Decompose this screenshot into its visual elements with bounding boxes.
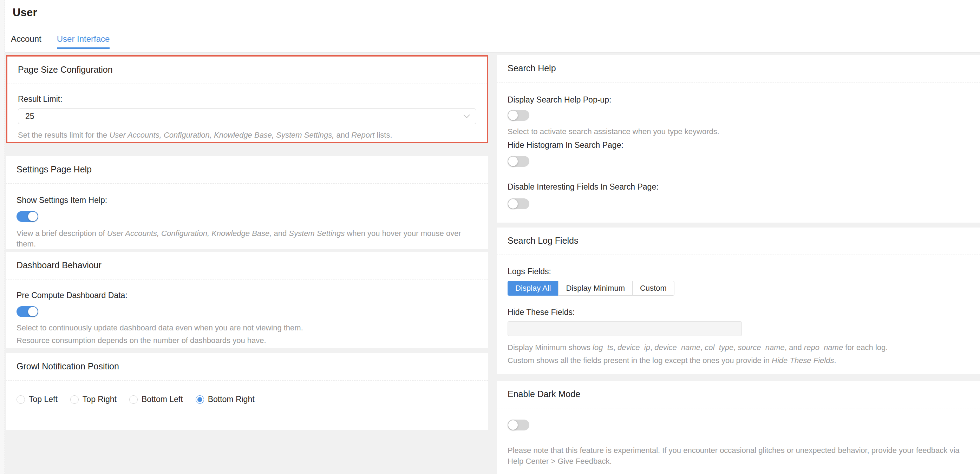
section-title: Search Help [497,55,980,83]
show-settings-item-help-label: Show Settings Item Help: [16,196,478,205]
enable-dark-mode-toggle[interactable] [508,420,529,431]
pre-compute-dashboard-data-label: Pre Compute Dashboard Data: [16,291,478,301]
tab-account[interactable]: Account [11,34,41,49]
display-search-help-popup-toggle[interactable] [508,110,529,121]
help-text: Set the results limit for the User Accou… [18,130,476,141]
section-growl-notification-position: Growl Notification Position Top Left Top… [6,353,488,430]
help-text: Resource consumption depends on the numb… [16,335,478,346]
tab-user-interface[interactable]: User Interface [57,34,110,49]
disable-interesting-fields-toggle[interactable] [508,198,529,209]
radio-label: Bottom Right [208,394,255,404]
radio-icon [70,395,79,404]
radio-icon [16,395,25,404]
help-text: Display Minimum shows log_ts, device_ip,… [508,342,969,353]
radio-top-right[interactable]: Top Right [70,394,117,404]
section-title: Search Log Fields [497,227,980,255]
pre-compute-dashboard-data-toggle[interactable] [16,306,38,317]
radio-label: Top Left [29,394,57,404]
section-search-help: Search Help Display Search Help Pop-up: … [497,55,980,223]
help-text: Please note that this feature is experim… [508,445,969,467]
section-enable-dark-mode: Enable Dark Mode Please note that this f… [497,381,980,474]
disable-interesting-fields-label: Disable Interesting Fields In Search Pag… [508,182,969,192]
radio-icon [196,395,204,404]
show-settings-item-help-toggle[interactable] [16,211,38,222]
logs-fields-button-display-all[interactable]: Display All [508,281,558,296]
display-search-help-popup-label: Display Search Help Pop-up: [508,95,969,105]
logs-fields-button-display-minimum[interactable]: Display Minimum [558,281,632,296]
hide-histogram-label: Hide Histogram In Search Page: [508,140,969,150]
section-dashboard-behaviour: Dashboard Behaviour Pre Compute Dashboar… [6,252,488,348]
result-limit-label: Result Limit: [18,94,476,104]
hide-histogram-toggle[interactable] [508,156,529,167]
toggle-knob [508,420,518,430]
section-page-size-configuration: Page Size Configuration Result Limit: 25… [6,55,488,143]
toggle-knob [28,307,38,317]
toggle-knob [28,212,38,221]
section-title: Growl Notification Position [6,353,488,380]
radio-bottom-right[interactable]: Bottom Right [196,394,255,404]
toggle-knob [508,157,518,166]
radio-icon [129,395,138,404]
help-text: Select to continuously update dashboard … [16,323,478,334]
radio-label: Top Right [83,394,117,404]
section-title: Enable Dark Mode [497,381,980,408]
hide-these-fields-label: Hide These Fields: [508,308,969,317]
toggle-knob [508,199,518,208]
radio-bottom-left[interactable]: Bottom Left [129,394,183,404]
section-title: Settings Page Help [6,156,488,184]
right-column: Search Help Display Search Help Pop-up: … [497,55,980,474]
radio-top-left[interactable]: Top Left [16,394,57,404]
chevron-down-icon [463,112,469,118]
tab-bar: Account User Interface [11,34,110,49]
help-text: Select to activate search assistance whe… [508,126,969,137]
hide-these-fields-input[interactable] [508,321,742,336]
page-header: User Account User Interface [0,0,980,52]
left-edge-strip [0,0,5,474]
result-limit-value: 25 [25,112,34,121]
logs-fields-button-group: Display All Display Minimum Custom [508,281,675,296]
left-column: Page Size Configuration Result Limit: 25… [6,55,488,430]
section-settings-page-help: Settings Page Help Show Settings Item He… [6,156,488,249]
radio-label: Bottom Left [142,394,183,404]
growl-position-radio-group: Top Left Top Right Bottom Left Bottom Ri… [16,394,478,404]
help-text: View a brief description of User Account… [16,228,478,250]
logs-fields-button-custom[interactable]: Custom [632,281,675,296]
result-limit-select[interactable]: 25 [18,108,476,124]
section-title: Dashboard Behaviour [6,252,488,280]
page-title: User [13,6,37,19]
toggle-knob [508,111,518,120]
section-title: Page Size Configuration [7,57,487,84]
help-text: Custom shows all the fields present in t… [508,355,969,366]
section-search-log-fields: Search Log Fields Logs Fields: Display A… [497,227,980,374]
logs-fields-label: Logs Fields: [508,267,969,277]
